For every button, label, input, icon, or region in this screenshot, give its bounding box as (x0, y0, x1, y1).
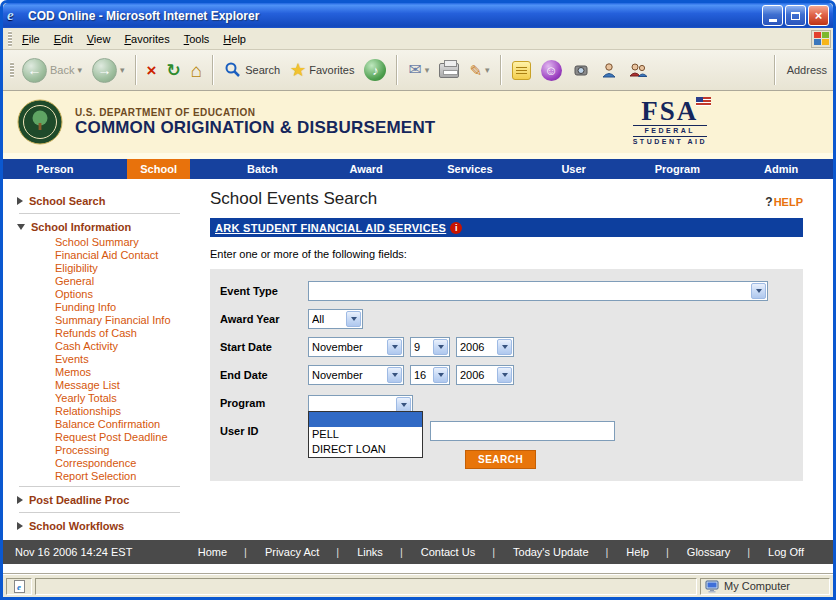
chevron-down-icon[interactable] (497, 339, 512, 355)
favorites-button[interactable]: ★ Favorites (285, 59, 359, 81)
nav-tab-person[interactable]: Person (3, 159, 107, 179)
profile-button[interactable] (595, 59, 623, 81)
menu-help[interactable]: Help (216, 30, 253, 48)
chevron-down-icon[interactable] (433, 339, 448, 355)
home-button[interactable]: ⌂ (186, 59, 207, 82)
collapsed-arrow-icon[interactable] (17, 496, 23, 504)
sidebar-item-refunds-of-cash[interactable]: Refunds of Cash (55, 327, 198, 340)
mail-caret-icon: ▾ (425, 65, 430, 75)
sidebar-item-school-summary[interactable]: School Summary (55, 236, 198, 249)
sidebar-item-report-selection[interactable]: Report Selection (55, 470, 198, 483)
footer-link-contact-us[interactable]: Contact Us (412, 546, 504, 558)
footer-link-home[interactable]: Home (189, 546, 256, 558)
chevron-down-icon[interactable] (433, 367, 448, 383)
messenger-smiley-icon: ☺ (541, 60, 562, 81)
addon-button[interactable] (567, 59, 595, 81)
drag-handle[interactable] (8, 31, 12, 47)
collapsed-arrow-icon[interactable] (17, 522, 23, 530)
media-button[interactable]: ♪ (359, 57, 391, 83)
user-id-input[interactable] (430, 421, 615, 441)
chevron-down-icon[interactable] (497, 367, 512, 383)
messenger-button[interactable]: ☺ (536, 58, 567, 83)
close-button[interactable]: × (808, 5, 829, 26)
sidebar-item-memos[interactable]: Memos (55, 366, 198, 379)
minimize-button[interactable] (762, 5, 783, 26)
back-icon: ← (22, 58, 47, 83)
sidebar-item-correspondence[interactable]: Correspondence (55, 457, 198, 470)
mail-button[interactable]: ✉ ▾ (403, 60, 434, 80)
expanded-arrow-icon[interactable] (17, 224, 25, 230)
footer-link-glossary[interactable]: Glossary (678, 546, 759, 558)
chevron-down-icon[interactable] (387, 339, 402, 355)
menu-edit[interactable]: Edit (47, 30, 80, 48)
sidebar-item-events[interactable]: Events (55, 353, 198, 366)
sidebar-item-funding-info[interactable]: Funding Info (55, 301, 198, 314)
sidebar-item-financial-aid-contact[interactable]: Financial Aid Contact (55, 249, 198, 262)
maximize-button[interactable] (785, 5, 806, 26)
nav-tab-batch[interactable]: Batch (211, 159, 315, 179)
sidebar-item-relationships[interactable]: Relationships (55, 405, 198, 418)
search-button-toolbar[interactable]: Search (219, 59, 285, 81)
discuss-button[interactable] (507, 59, 536, 82)
sidebar-item-eligibility[interactable]: Eligibility (55, 262, 198, 275)
footer-link-help[interactable]: Help (617, 546, 677, 558)
sidebar-item-cash-activity[interactable]: Cash Activity (55, 340, 198, 353)
sidebar-section-school-information[interactable]: School Information (17, 217, 198, 236)
back-button[interactable]: ← Back ▾ (17, 56, 87, 85)
nav-tab-services[interactable]: Services (418, 159, 522, 179)
info-icon[interactable]: i (450, 222, 462, 234)
award-year-select[interactable]: All (308, 309, 363, 329)
menu-favorites[interactable]: Favorites (117, 30, 176, 48)
sidebar-item-processing[interactable]: Processing (55, 444, 198, 457)
sidebar-item-request-post-deadline[interactable]: Request Post Deadline (55, 431, 198, 444)
nav-tab-award[interactable]: Award (314, 159, 418, 179)
start-year-select[interactable]: 2006 (456, 337, 514, 357)
print-button[interactable] (434, 61, 464, 80)
footer-link-privacy-act[interactable]: Privacy Act (256, 546, 348, 558)
end-month-select[interactable]: November (308, 365, 404, 385)
stop-button[interactable]: × (142, 60, 162, 81)
toolbar-drag-handle[interactable] (10, 62, 14, 78)
sidebar-item-summary-financial-info[interactable]: Summary Financial Info (55, 314, 198, 327)
sidebar-item-message-list[interactable]: Message List (55, 379, 198, 392)
program-option-blank[interactable] (309, 412, 422, 427)
program-option-direct-loan[interactable]: DIRECT LOAN (309, 442, 422, 457)
search-submit-button[interactable]: SEARCH (465, 450, 536, 469)
chevron-down-icon[interactable] (751, 283, 766, 299)
sidebar-item-yearly-totals[interactable]: Yearly Totals (55, 392, 198, 405)
event-type-label: Event Type (220, 285, 308, 297)
nav-tab-admin[interactable]: Admin (729, 159, 833, 179)
program-option-pell[interactable]: PELL (309, 427, 422, 442)
event-type-select[interactable] (308, 281, 768, 301)
footer-link-links[interactable]: Links (348, 546, 412, 558)
menu-view[interactable]: View (80, 30, 118, 48)
start-day-select[interactable]: 9 (410, 337, 450, 357)
start-month-select[interactable]: November (308, 337, 404, 357)
refresh-button[interactable]: ↻ (161, 60, 185, 81)
sidebar-section-school-workflows[interactable]: School Workflows (17, 516, 198, 535)
chevron-down-icon[interactable] (346, 311, 361, 327)
footer-link-todays-update[interactable]: Today's Update (504, 546, 617, 558)
nav-tab-user[interactable]: User (522, 159, 626, 179)
sidebar-item-general[interactable]: General (55, 275, 198, 288)
nav-tab-program[interactable]: Program (626, 159, 730, 179)
collapsed-arrow-icon[interactable] (17, 197, 23, 205)
sidebar: School Search School Information School … (3, 179, 198, 540)
edit-button[interactable]: ✎ ▾ (464, 61, 494, 80)
sidebar-item-balance-confirmation[interactable]: Balance Confirmation (55, 418, 198, 431)
help-link[interactable]: ? HELP (765, 195, 803, 209)
school-name-link[interactable]: ARK STUDENT FINANCIAL AID SERVICES (215, 222, 446, 234)
contacts-button[interactable] (623, 59, 653, 81)
sidebar-section-post-deadline-proc[interactable]: Post Deadline Proc (17, 490, 198, 509)
end-year-select[interactable]: 2006 (456, 365, 514, 385)
end-day-select[interactable]: 16 (410, 365, 450, 385)
nav-tab-school[interactable]: School (107, 159, 211, 179)
sidebar-item-options[interactable]: Options (55, 288, 198, 301)
address-label[interactable]: Address (787, 64, 827, 76)
forward-button[interactable]: → ▾ (87, 56, 130, 85)
sidebar-section-school-search[interactable]: School Search (17, 191, 198, 210)
menu-tools[interactable]: Tools (177, 30, 217, 48)
menu-file[interactable]: File (15, 30, 47, 48)
footer-link-log-off[interactable]: Log Off (759, 546, 813, 558)
chevron-down-icon[interactable] (387, 367, 402, 383)
